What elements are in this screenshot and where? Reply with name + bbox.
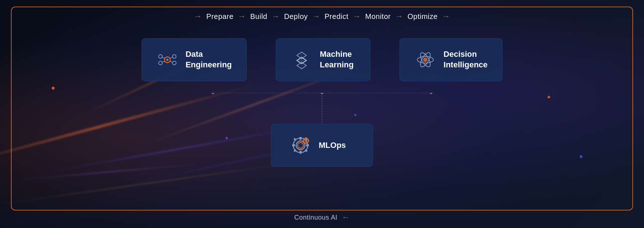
svg-point-1 — [166, 59, 168, 61]
continuous-ai-label: Continuous AI — [294, 214, 338, 221]
data-engineering-icon — [156, 49, 178, 71]
data-engineering-title: Data Engineering — [186, 49, 232, 70]
svg-rect-29 — [292, 144, 295, 146]
svg-marker-14 — [297, 57, 306, 64]
leading-arrow: → — [194, 12, 202, 21]
step-label-deploy: Deploy — [284, 12, 308, 21]
svg-rect-30 — [306, 144, 309, 146]
step-label-predict: Predict — [325, 12, 349, 21]
svg-rect-33 — [293, 149, 296, 152]
cards-row: Data Engineering Machine Learning — [0, 38, 644, 81]
mlops-title: MLOps — [319, 140, 346, 151]
arrow-2: → — [312, 12, 320, 21]
decision-intelligence-icon — [414, 49, 436, 71]
svg-point-5 — [172, 61, 176, 65]
arrow-1: → — [272, 12, 280, 21]
svg-point-4 — [172, 55, 176, 58]
svg-point-3 — [159, 61, 162, 65]
arrow-4: → — [395, 12, 403, 21]
svg-line-8 — [170, 57, 173, 58]
step-label-prepare: Prepare — [206, 12, 234, 21]
mlops-card[interactable]: MLOps — [271, 124, 373, 167]
dot-orange-2 — [548, 96, 550, 98]
dot-blue-2 — [580, 155, 583, 158]
step-deploy: Deploy — [284, 12, 308, 21]
machine-learning-card[interactable]: Machine Learning — [276, 38, 370, 81]
dot-orange-1 — [52, 87, 55, 90]
arrow-0: → — [238, 12, 246, 21]
decision-intelligence-card[interactable]: Decision Intelligence — [399, 38, 502, 81]
svg-point-15 — [423, 58, 428, 62]
pipeline-bar: → Prepare → Build → Deploy → Predict → M… — [0, 0, 644, 33]
step-label-optimize: Optimize — [408, 12, 438, 21]
dot-blue-1 — [354, 114, 356, 116]
dot-purple-1 — [226, 137, 228, 139]
svg-point-2 — [159, 55, 162, 58]
svg-rect-40 — [303, 140, 304, 142]
trailing-arrow: → — [442, 12, 450, 21]
machine-learning-icon — [291, 49, 313, 71]
svg-line-7 — [162, 61, 165, 62]
background-streaks — [0, 0, 644, 228]
step-prepare: Prepare — [206, 12, 234, 21]
arrow-3: → — [353, 12, 361, 21]
svg-point-35 — [298, 142, 303, 148]
svg-rect-28 — [299, 151, 302, 154]
machine-learning-title: Machine Learning — [320, 49, 354, 70]
svg-rect-41 — [308, 140, 309, 142]
step-label-monitor: Monitor — [365, 12, 391, 21]
continuous-ai-section: Continuous AI ← — [294, 213, 350, 222]
svg-line-9 — [170, 61, 173, 62]
data-engineering-card[interactable]: Data Engineering — [142, 38, 247, 81]
decision-intelligence-title: Decision Intelligence — [444, 49, 488, 70]
svg-rect-27 — [299, 137, 302, 140]
step-label-build: Build — [250, 12, 267, 21]
svg-rect-39 — [305, 142, 307, 144]
svg-rect-34 — [305, 149, 307, 152]
step-optimize: Optimize — [408, 12, 438, 21]
step-predict: Predict — [325, 12, 349, 21]
step-build: Build — [250, 12, 267, 21]
mlops-icon — [290, 134, 311, 156]
svg-rect-31 — [293, 138, 296, 141]
step-monitor: Monitor — [365, 12, 391, 21]
svg-rect-38 — [305, 137, 307, 139]
svg-line-6 — [162, 57, 165, 58]
continuous-ai-back-arrow: ← — [342, 213, 350, 222]
